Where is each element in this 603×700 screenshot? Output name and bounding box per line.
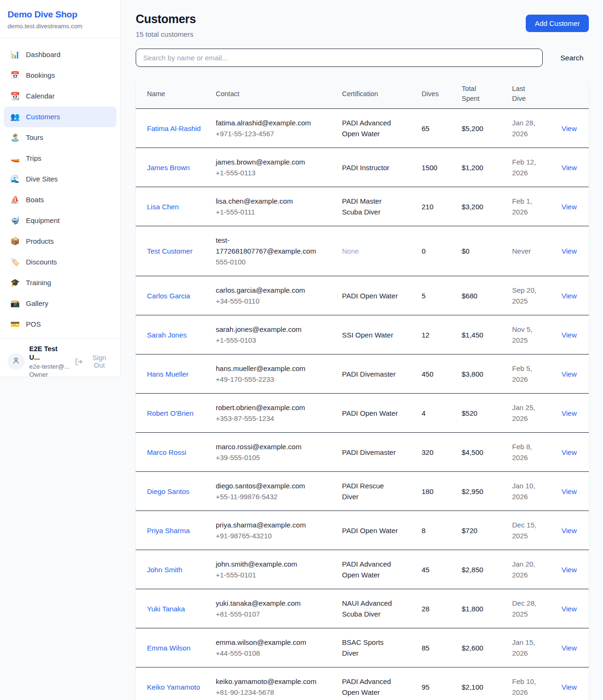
sidebar: Demo Dive Shop demo.test.divestreams.com… bbox=[0, 0, 121, 377]
customer-name-link[interactable]: Marco Rossi bbox=[147, 448, 186, 456]
main-content: Customers 15 total customers Add Custome… bbox=[121, 0, 603, 700]
customer-name-link[interactable]: Test Customer bbox=[147, 247, 193, 255]
customer-name-link[interactable]: Hans Mueller bbox=[147, 370, 188, 378]
sidebar-item-pos[interactable]: 💳 POS bbox=[4, 314, 116, 335]
package-icon: 📦 bbox=[10, 236, 20, 247]
customer-phone: +1-555-0113 bbox=[216, 167, 330, 178]
search-input[interactable] bbox=[136, 49, 543, 67]
customer-total-spent: $3,800 bbox=[462, 354, 512, 394]
customer-name-link[interactable]: Lisa Chen bbox=[147, 203, 179, 211]
customer-total-spent: $2,950 bbox=[462, 472, 512, 511]
sidebar-item-customers[interactable]: 👥 Customers bbox=[4, 107, 116, 127]
view-link[interactable]: View bbox=[562, 566, 577, 574]
page-title: Customers bbox=[136, 12, 196, 26]
table-row: Emma Wilson emma.wilson@example.com +44-… bbox=[136, 628, 589, 667]
customer-email: carlos.garcia@example.com bbox=[216, 285, 330, 296]
customer-total-spent: $2,100 bbox=[462, 667, 512, 700]
view-link[interactable]: View bbox=[562, 487, 577, 495]
view-link[interactable]: View bbox=[562, 409, 577, 417]
customer-certification: PADI Advanced Open Water bbox=[342, 550, 422, 589]
customer-name-link[interactable]: Keiko Yamamoto bbox=[147, 683, 200, 691]
customer-dives: 180 bbox=[422, 472, 462, 511]
view-link[interactable]: View bbox=[562, 331, 577, 339]
sidebar-item-discounts[interactable]: 🏷️ Discounts bbox=[4, 252, 116, 272]
view-link[interactable]: View bbox=[562, 605, 577, 613]
sidebar-item-products[interactable]: 📦 Products bbox=[4, 231, 116, 252]
customer-name-link[interactable]: Carlos Garcia bbox=[147, 292, 190, 300]
customer-dives: 12 bbox=[422, 315, 462, 354]
customer-name-link[interactable]: Sarah Jones bbox=[147, 331, 187, 339]
sidebar-item-gallery[interactable]: 📸 Gallery bbox=[4, 293, 116, 314]
sidebar-item-dashboard[interactable]: 📊 Dashboard bbox=[4, 44, 116, 65]
bar-chart-icon: 📊 bbox=[10, 49, 20, 60]
customer-name-link[interactable]: John Smith bbox=[147, 566, 182, 574]
customer-last-dive: Sep 20, 2025 bbox=[512, 276, 562, 315]
calendar-icon: 📅 bbox=[10, 70, 20, 81]
search-button[interactable]: Search bbox=[555, 54, 589, 62]
sidebar-item-training[interactable]: 🎓 Training bbox=[4, 272, 116, 293]
customer-name-link[interactable]: Robert O'Brien bbox=[147, 409, 194, 417]
customer-email: keiko.yamamoto@example.com bbox=[216, 676, 330, 687]
sign-out-button[interactable]: Sign Out bbox=[75, 354, 113, 369]
customer-name-link[interactable]: Emma Wilson bbox=[147, 644, 191, 652]
customer-name-link[interactable]: Yuki Tanaka bbox=[147, 605, 185, 613]
customer-last-dive: Feb 1, 2026 bbox=[512, 187, 562, 226]
avatar bbox=[8, 353, 24, 370]
customer-phone: 555-0100 bbox=[216, 256, 330, 267]
customer-name-link[interactable]: James Brown bbox=[147, 164, 190, 172]
sidebar-item-boats[interactable]: ⛵ Boats bbox=[4, 189, 116, 210]
table-row: Test Customer test-1772681807767@example… bbox=[136, 226, 589, 276]
sidebar-item-equipment[interactable]: 🤿 Equipment bbox=[4, 210, 116, 231]
customer-total-spent: $520 bbox=[462, 394, 512, 433]
add-customer-button[interactable]: Add Customer bbox=[526, 15, 589, 32]
column-header-dives: Dives bbox=[422, 79, 462, 109]
customer-phone: +55-11-99876-5432 bbox=[216, 491, 330, 502]
sidebar-item-calendar[interactable]: 📆 Calendar bbox=[4, 86, 116, 107]
shop-domain: demo.test.divestreams.com bbox=[8, 23, 113, 30]
view-link[interactable]: View bbox=[562, 448, 577, 456]
island-icon: 🏝️ bbox=[10, 132, 20, 143]
customer-certification: PADI Advanced Open Water bbox=[342, 109, 422, 148]
customer-dives: 28 bbox=[422, 589, 462, 628]
view-link[interactable]: View bbox=[562, 370, 577, 378]
customer-email: yuki.tanaka@example.com bbox=[216, 598, 330, 609]
customer-phone: +81-555-0107 bbox=[216, 609, 330, 619]
view-link[interactable]: View bbox=[562, 683, 577, 691]
customer-total-spent: $2,850 bbox=[462, 550, 512, 589]
customer-name-link[interactable]: Fatima Al-Rashid bbox=[147, 124, 201, 132]
customer-phone: +1-555-0111 bbox=[216, 206, 330, 217]
customer-last-dive: Feb 12, 2026 bbox=[512, 148, 562, 187]
customer-last-dive: Never bbox=[512, 226, 562, 276]
customer-email: robert.obrien@example.com bbox=[216, 402, 330, 413]
view-link[interactable]: View bbox=[562, 247, 577, 255]
customer-name-link[interactable]: Priya Sharma bbox=[147, 527, 190, 535]
view-link[interactable]: View bbox=[562, 292, 577, 300]
view-link[interactable]: View bbox=[562, 164, 577, 172]
customer-last-dive: Feb 5, 2026 bbox=[512, 354, 562, 394]
customer-phone: +49-170-555-2233 bbox=[216, 374, 330, 385]
user-role: Owner bbox=[29, 371, 70, 379]
sidebar-item-trips[interactable]: 🚤 Trips bbox=[4, 148, 116, 169]
customer-last-dive: Dec 28, 2025 bbox=[512, 589, 562, 628]
customer-dives: 95 bbox=[422, 667, 462, 700]
customer-total-spent: $1,800 bbox=[462, 589, 512, 628]
customer-dives: 320 bbox=[422, 433, 462, 472]
customer-email: james.brown@example.com bbox=[216, 156, 330, 167]
customer-email: test-1772681807767@example.com bbox=[216, 235, 330, 256]
customer-name-link[interactable]: Diego Santos bbox=[147, 487, 189, 495]
customer-phone: +1-555-0103 bbox=[216, 335, 330, 346]
customer-dives: 1500 bbox=[422, 148, 462, 187]
customer-total-spent: $1,200 bbox=[462, 148, 512, 187]
view-link[interactable]: View bbox=[562, 203, 577, 211]
logout-icon bbox=[75, 358, 83, 366]
sign-out-label: Sign Out bbox=[86, 354, 113, 369]
customer-certification: PADI Rescue Diver bbox=[342, 472, 422, 511]
view-link[interactable]: View bbox=[562, 644, 577, 652]
sidebar-item-tours[interactable]: 🏝️ Tours bbox=[4, 127, 116, 148]
sidebar-item-bookings[interactable]: 📅 Bookings bbox=[4, 65, 116, 86]
sidebar-item-dive-sites[interactable]: 🌊 Dive Sites bbox=[4, 169, 116, 189]
view-link[interactable]: View bbox=[562, 124, 577, 132]
customer-certification: BSAC Sports Diver bbox=[342, 628, 422, 667]
view-link[interactable]: View bbox=[562, 527, 577, 535]
customer-dives: 450 bbox=[422, 354, 462, 394]
